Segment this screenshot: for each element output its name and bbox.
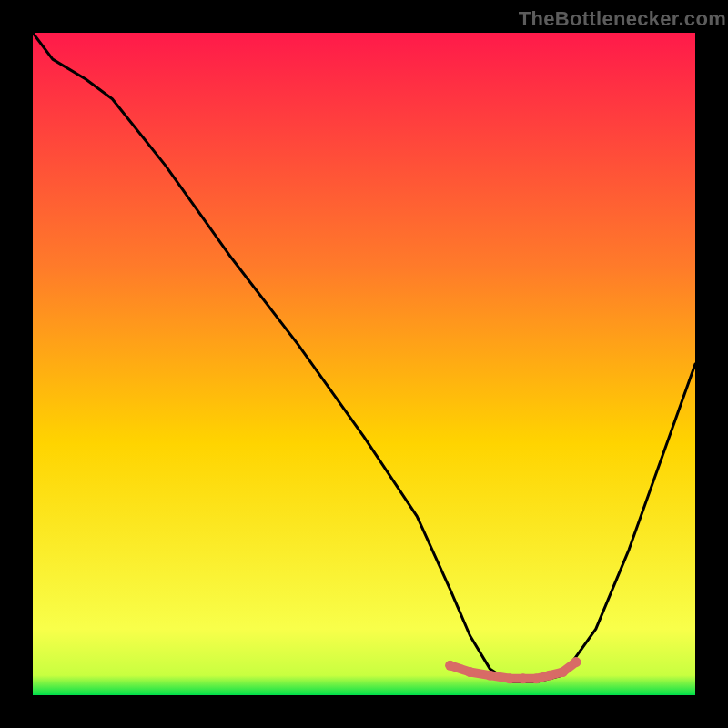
optimal-marker bbox=[571, 657, 581, 667]
optimal-marker bbox=[505, 673, 515, 683]
optimal-marker bbox=[544, 671, 554, 681]
chart-plot bbox=[33, 33, 695, 695]
optimal-marker bbox=[518, 673, 528, 683]
optimal-marker bbox=[445, 661, 455, 671]
optimal-marker bbox=[558, 667, 568, 677]
optimal-marker bbox=[465, 667, 475, 677]
watermark-text: TheBottlenecker.com bbox=[519, 7, 726, 31]
chart-frame bbox=[33, 33, 695, 695]
optimal-marker bbox=[531, 673, 541, 683]
gradient-background bbox=[33, 33, 695, 695]
optimal-marker bbox=[485, 671, 495, 681]
